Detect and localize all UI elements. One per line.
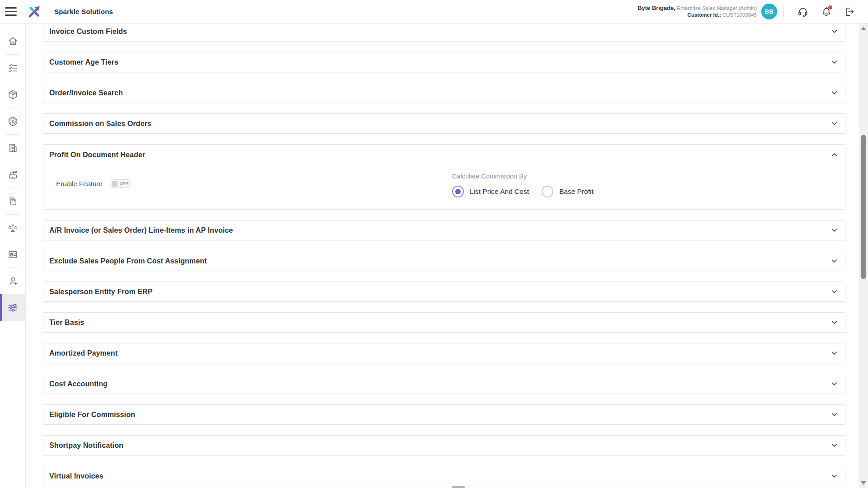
settings-sliders-icon xyxy=(7,302,19,314)
sidebar-item-debit-credit[interactable]: D C xyxy=(0,215,25,241)
chevron-down-icon xyxy=(831,258,838,264)
shopping-bag-icon xyxy=(7,196,19,207)
page-title: Sparkle Solutions xyxy=(54,8,113,15)
sidebar-item-checklist[interactable] xyxy=(0,55,25,81)
sidebar-item-payments[interactable]: $ xyxy=(0,108,25,134)
scrollbar-thumb[interactable] xyxy=(861,135,866,279)
sidebar-item-billing[interactable] xyxy=(0,161,25,188)
building-icon xyxy=(7,142,19,154)
chevron-down-icon xyxy=(831,28,838,35)
chevron-down-icon xyxy=(831,59,838,66)
chevron-down-icon xyxy=(831,380,838,387)
user-info: Byte Brigade, Enterprise Sales Manager (… xyxy=(637,5,757,19)
settings-accordion-list: Invoice Custom Fields Customer Age Tiers… xyxy=(26,23,859,488)
chevron-down-icon xyxy=(831,473,838,479)
accordion-panel-exclude-sales-people-from-cost-assignment[interactable]: Exclude Sales People From Cost Assignmen… xyxy=(43,251,845,271)
svg-text:$: $ xyxy=(11,119,14,123)
accordion-panel-customer-age-tiers[interactable]: Customer Age Tiers xyxy=(43,52,845,72)
package-icon xyxy=(7,89,19,100)
scrollbar-up-arrow[interactable] xyxy=(861,27,866,30)
chevron-down-icon xyxy=(831,319,838,326)
chevron-down-icon xyxy=(831,89,838,96)
home-icon xyxy=(7,36,19,47)
accordion-panel-cost-accounting[interactable]: Cost Accounting xyxy=(43,374,845,394)
chevron-down-icon xyxy=(831,442,838,449)
accordion-panel-order-invoice-search[interactable]: Order/Invoice Search xyxy=(43,83,845,103)
support-headset-icon[interactable] xyxy=(796,5,810,19)
vertical-scrollbar[interactable] xyxy=(859,23,868,488)
sidebar-item-settings[interactable] xyxy=(0,294,25,321)
accordion-header-profit-on-document-header[interactable]: Profit On Document Header xyxy=(43,145,845,165)
chevron-up-icon xyxy=(831,151,838,158)
customer-id-label: Customer Id.: xyxy=(688,12,721,18)
chevron-down-icon xyxy=(831,120,838,127)
accordion-panel-salesperson-entity-from-erp[interactable]: Salesperson Entity From ERP xyxy=(43,282,845,302)
calculate-commission-by-label: Calculate Commission By xyxy=(452,173,606,180)
enable-feature-toggle[interactable]: OFF xyxy=(110,179,130,188)
accordion-panel-tier-basis[interactable]: Tier Basis xyxy=(43,312,845,333)
radio-icon xyxy=(452,186,464,197)
accordion-panel-invoice-custom-fields[interactable]: Invoice Custom Fields xyxy=(43,23,845,42)
accordion-panel-ar-invoice-line-items-in-ap-invoice[interactable]: A/R Invoice (or Sales Order) Line-Items … xyxy=(43,220,845,240)
hamburger-menu-icon[interactable] xyxy=(0,0,22,23)
dollar-coin-icon: $ xyxy=(7,116,19,127)
svg-text:D: D xyxy=(9,225,12,230)
logo-icon xyxy=(25,3,43,21)
accordion-panel-amortized-payment[interactable]: Amortized Payment xyxy=(43,343,845,363)
cash-register-icon xyxy=(7,169,19,180)
notifications-bell-icon[interactable] xyxy=(820,5,833,19)
avatar[interactable]: BB xyxy=(761,4,777,19)
top-header: Sparkle Solutions Byte Brigade, Enterpri… xyxy=(0,0,868,23)
customer-id-value: CUST1000845 xyxy=(722,12,757,18)
left-sidebar: $ xyxy=(0,23,26,488)
enable-feature-label: Enable Feature xyxy=(56,180,103,188)
sidebar-item-add-user[interactable] xyxy=(0,268,25,294)
chevron-down-icon xyxy=(831,227,838,234)
accordion-panel-profit-on-document-header: Profit On Document Header Enable Feature… xyxy=(43,144,845,210)
sidebar-item-reports[interactable] xyxy=(0,241,25,267)
accordion-panel-shortpay-notification[interactable]: Shortpay Notification xyxy=(43,435,845,455)
add-user-icon xyxy=(7,276,19,287)
notification-badge xyxy=(828,5,832,9)
radio-icon xyxy=(542,186,553,197)
chevron-down-icon xyxy=(831,350,838,357)
accordion-panel-virtual-invoices[interactable]: Virtual Invoices xyxy=(43,466,845,486)
debit-credit-scale-icon: D C xyxy=(7,222,19,234)
sidebar-item-purchases[interactable] xyxy=(0,188,25,214)
accordion-panel-commission-on-sales-orders[interactable]: Commission on Sales Orders xyxy=(43,113,845,134)
checklist-icon xyxy=(7,62,19,74)
logout-icon[interactable] xyxy=(843,5,857,19)
chevron-down-icon xyxy=(831,411,838,418)
sidebar-item-home[interactable] xyxy=(0,28,25,54)
header-divider xyxy=(783,5,784,19)
user-role: Enterprise Sales Manager (Admin) xyxy=(677,5,757,11)
user-name: Byte Brigade, xyxy=(637,5,675,11)
svg-text:C: C xyxy=(14,225,17,230)
radio-base-profit[interactable]: Base Profit xyxy=(542,186,598,197)
report-chart-icon xyxy=(7,249,19,260)
accordion-panel-eligible-for-commission[interactable]: Eligible For Commission xyxy=(43,404,845,425)
chevron-down-icon xyxy=(831,288,838,295)
toggle-state-label: OFF xyxy=(120,181,129,186)
toggle-knob xyxy=(112,181,118,187)
scrollbar-down-arrow[interactable] xyxy=(861,481,866,485)
sidebar-item-organization[interactable] xyxy=(0,135,25,161)
sidebar-item-products[interactable] xyxy=(0,81,25,108)
calculate-commission-by-radio-group: List Price And Cost Base Profit xyxy=(452,186,606,197)
horizontal-scrollbar-thumb[interactable] xyxy=(452,486,465,488)
radio-list-price-and-cost[interactable]: List Price And Cost xyxy=(452,186,533,197)
app-logo[interactable] xyxy=(22,0,47,23)
